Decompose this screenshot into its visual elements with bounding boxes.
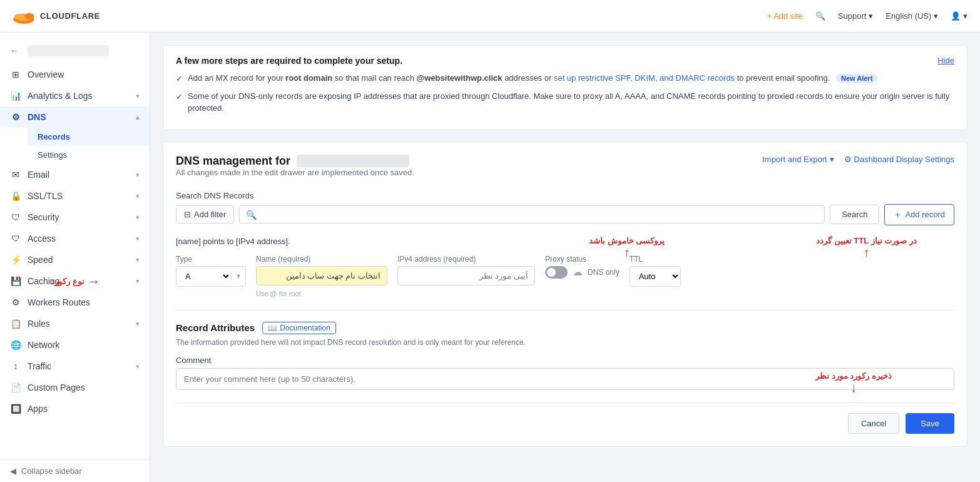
- book-icon: 📖: [268, 324, 277, 332]
- sidebar-item-label: Speed: [28, 255, 53, 265]
- ttl-select[interactable]: Auto 1 min 2 min 5 min 10 min 15 min 30 …: [630, 266, 681, 287]
- sidebar-item-network[interactable]: 🌐 Network: [0, 334, 150, 356]
- back-arrow-icon: ←: [10, 46, 19, 56]
- logo[interactable]: CLOUDFLARE: [13, 9, 100, 24]
- ipv4-input[interactable]: [397, 266, 535, 285]
- proxy-toggle-row: ☁ DNS only: [545, 266, 620, 279]
- dns-card-header: DNS management for All changes made in t…: [176, 155, 954, 188]
- support-button[interactable]: Support ▾: [838, 11, 874, 21]
- main-content: A few more steps are required to complet…: [150, 33, 980, 482]
- lock-icon: 🔒: [10, 191, 21, 201]
- domain-bar: [28, 45, 109, 56]
- alert-item-1: ✓ Add an MX record for your root domain …: [176, 72, 954, 85]
- sidebar-item-speed[interactable]: ⚡ Speed ▾: [0, 249, 150, 270]
- sidebar-item-label: Access: [28, 233, 56, 244]
- annotation-save: ذخیره رکورد مورد نظر: [815, 371, 892, 381]
- plus-icon: ＋: [894, 209, 902, 220]
- sidebar-item-ssl-tls[interactable]: 🔒 SSL/TLS ▾: [0, 185, 150, 207]
- user-menu[interactable]: 👤 ▾: [951, 11, 967, 21]
- sidebar-item-label: SSL/TLS: [28, 191, 63, 201]
- svg-point-2: [25, 13, 34, 19]
- language-selector[interactable]: English (US) ▾: [886, 11, 938, 21]
- search-row: ⊟ Add filter 🔍 Search ＋ Add record: [176, 204, 954, 225]
- alert-title: A few more steps are required to complet…: [176, 56, 954, 66]
- grid-icon: ⊞: [10, 69, 21, 79]
- hide-alert-button[interactable]: Hide: [937, 56, 954, 65]
- layout: ← ⊞ Overview 📊 Analytics & Logs ▾ ⚙ DNS …: [0, 33, 980, 482]
- topnav-right: + Add site 🔍 Support ▾ English (US) ▾ 👤 …: [767, 11, 967, 21]
- add-record-button[interactable]: ＋ Add record: [884, 204, 954, 225]
- name-label: Name (required): [256, 255, 387, 264]
- cancel-button[interactable]: Cancel: [848, 413, 899, 434]
- sidebar-item-rules[interactable]: 📋 Rules ▾: [0, 313, 150, 334]
- dns-card-title: DNS management for: [176, 155, 414, 168]
- ipv4-label: IPv4 address (required): [397, 255, 535, 264]
- sidebar-item-overview[interactable]: ⊞ Overview: [0, 64, 150, 85]
- network-icon: 🌐: [10, 340, 21, 350]
- spf-dkim-link[interactable]: set up restrictive SPF, DKIM, and DMARC …: [554, 73, 735, 83]
- chevron-up-icon: ▴: [136, 113, 140, 121]
- dns-only-text: DNS only: [588, 268, 620, 277]
- red-arrow-down-proxy-icon: ↑: [624, 245, 630, 260]
- dns-submenu: Records Settings: [0, 128, 150, 164]
- sidebar-item-email[interactable]: ✉ Email ▾: [0, 164, 150, 185]
- pages-icon: 📄: [10, 382, 21, 392]
- sidebar-item-label: Apps: [28, 404, 48, 414]
- record-attr-header: Record Attributes 📖 Documentation: [176, 322, 954, 334]
- sidebar-item-label: Security: [28, 212, 59, 222]
- ipv4-form-group: IPv4 address (required): [397, 255, 535, 285]
- sidebar-item-label: Traffic: [28, 361, 51, 371]
- collapse-label: Collapse sidebar: [21, 466, 82, 476]
- proxy-toggle[interactable]: [545, 266, 568, 279]
- sidebar-item-security[interactable]: 🛡 Security ▾: [0, 207, 150, 228]
- chevron-down-icon: ▾: [136, 92, 140, 100]
- record-attr-desc: The information provided here will not i…: [176, 338, 954, 347]
- type-form-group: Type A AAAA CNAME MX TXT ▾: [176, 255, 246, 287]
- sidebar-item-label: Workers Routes: [28, 297, 90, 307]
- annotation-type: نوع رکورد: [51, 277, 84, 286]
- import-export-button[interactable]: Import and Export ▾: [762, 155, 834, 164]
- chevron-down-icon: ▾: [136, 235, 140, 243]
- search-magnifier-icon: 🔍: [246, 210, 257, 220]
- search-button[interactable]: Search: [830, 205, 879, 224]
- save-button[interactable]: Save: [906, 413, 954, 434]
- sidebar-item-traffic[interactable]: ↕ Traffic ▾: [0, 356, 150, 377]
- sidebar-item-label: DNS: [28, 112, 46, 122]
- alert-item-2: ✓ Some of your DNS-only records are expo…: [176, 90, 954, 115]
- type-label: Type: [176, 255, 246, 264]
- dns-card-actions: Import and Export ▾ ⚙ Dashboard Display …: [762, 155, 954, 164]
- collapse-sidebar-button[interactable]: ◀ Collapse sidebar: [0, 459, 150, 482]
- sidebar-item-workers-routes[interactable]: ⚙ Workers Routes: [0, 292, 150, 313]
- sidebar-item-access[interactable]: 🛡 Access ▾: [0, 228, 150, 249]
- sidebar-sub-item-settings[interactable]: Settings: [28, 146, 150, 164]
- search-dns-input[interactable]: [257, 206, 818, 223]
- search-input-wrapper: 🔍: [239, 205, 825, 223]
- sidebar-item-analytics-logs[interactable]: 📊 Analytics & Logs ▾: [0, 85, 150, 106]
- type-select-arrow-icon[interactable]: ▾: [231, 272, 245, 280]
- svg-point-3: [14, 14, 22, 19]
- logo-text: CLOUDFLARE: [40, 11, 100, 21]
- sidebar-item-custom-pages[interactable]: 📄 Custom Pages: [0, 377, 150, 398]
- add-filter-button[interactable]: ⊟ Add filter: [176, 205, 234, 223]
- cache-icon: 💾: [10, 276, 21, 286]
- search-icon[interactable]: 🔍: [815, 11, 825, 21]
- sidebar-back[interactable]: ←: [0, 40, 150, 64]
- sidebar-item-label: Analytics & Logs: [28, 91, 93, 101]
- red-arrow-down-save-icon: ↓: [850, 381, 857, 395]
- domain-name-placeholder: [297, 155, 409, 167]
- dashboard-settings-button[interactable]: ⚙ Dashboard Display Settings: [844, 155, 954, 164]
- sidebar-item-label: Custom Pages: [28, 382, 85, 392]
- sidebar-item-apps[interactable]: 🔲 Apps: [0, 398, 150, 419]
- name-form-group: Name (required) انتخاب نام جهت ساب دامین…: [256, 255, 387, 297]
- name-input[interactable]: انتخاب نام جهت ساب دامین: [256, 266, 387, 285]
- cloud-icon: ☁: [573, 266, 583, 278]
- documentation-link[interactable]: 📖 Documentation: [262, 322, 336, 334]
- shield2-icon: 🛡: [10, 233, 21, 244]
- sidebar-item-dns[interactable]: ⚙ DNS ▴: [0, 106, 150, 128]
- red-arrow-down-ttl-icon: ↑: [864, 245, 870, 260]
- form-footer: Cancel Save: [176, 403, 954, 434]
- sidebar-sub-item-records[interactable]: Records: [28, 128, 150, 146]
- toggle-knob: [547, 268, 556, 277]
- type-select[interactable]: A AAAA CNAME MX TXT: [176, 267, 231, 286]
- add-site-button[interactable]: + Add site: [767, 11, 802, 21]
